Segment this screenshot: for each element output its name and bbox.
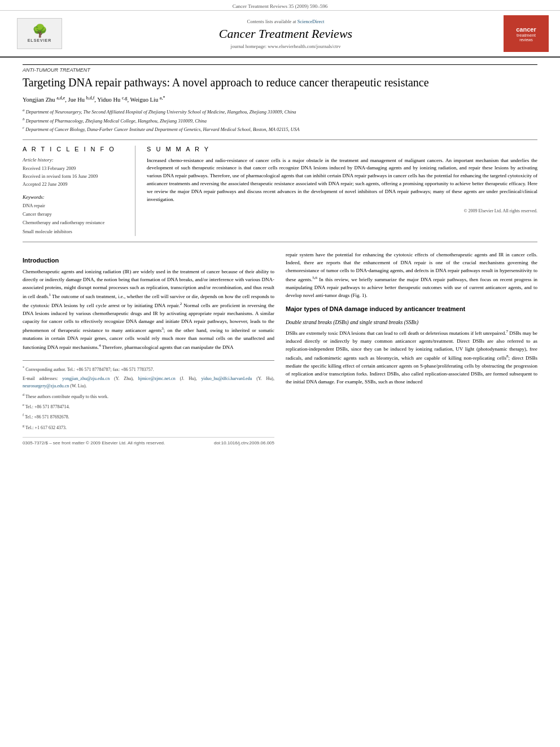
journal-header: 🌳 ELSEVIER Contents lists available at S… (0, 11, 560, 58)
article-info-col: A R T I C L E I N F O Article history: R… (23, 146, 135, 237)
kw-chemo-radio: Chemotherapy and radiotherapy resistance (23, 219, 126, 227)
author-2: Jue Hu b,d,f (68, 97, 95, 103)
footnote-d: d These authors contribute equally to th… (23, 391, 274, 400)
contents-label: Contents lists available at (247, 19, 296, 24)
affiliation-b: b Department of Pharmacology, Zhejiang M… (23, 116, 537, 125)
journal-title: Cancer Treatment Reviews (68, 27, 504, 41)
journal-cover-logo: cancer treatment reviews (504, 15, 549, 52)
footnote-email: E-mail addresses: yongjian_zhu@zju.edu.c… (23, 375, 274, 390)
journal-homepage: journal homepage: www.elsevierhealth.com… (68, 43, 504, 49)
summary-col: S U M M A R Y Increased chemo-resistance… (147, 146, 537, 237)
body-col-left: Introduction Chemotherapeutic agents and… (23, 251, 274, 447)
footnote-f: f Tel.: +86 571 87692678. (23, 412, 274, 421)
intro-para-2: repair system have the potential for enh… (286, 251, 537, 300)
email-link-zhu[interactable]: yongjian_zhu@zju.edu.cn (62, 376, 110, 381)
dsb-ssb-heading: Double strand breaks (DSBs) and single s… (286, 318, 537, 327)
kw-dna-repair: DNA repair (23, 202, 126, 210)
intro-heading: Introduction (23, 256, 274, 265)
logo-treatment: treatment (517, 33, 536, 38)
history-label: Article history: (23, 157, 126, 163)
kw-cancer-therapy: Cancer therapy (23, 210, 126, 219)
kw-small-molecule: Small molecule inhibitors (23, 228, 126, 236)
copyright-notice: 0305-7372/$ – see front matter © 2009 El… (23, 440, 165, 447)
section-label: ANTI-TUMOUR TREATMENT (23, 64, 537, 73)
received-date: Received 13 February 2009 (23, 164, 126, 172)
logo-cancer: cancer (516, 26, 536, 33)
footnotes-area: * Corresponding author. Tel.: +86 571 87… (23, 360, 274, 431)
affiliations: a Department of Neurosurgery, The Second… (23, 107, 537, 133)
journal-citation: Cancer Treatment Reviews 35 (2009) 590–5… (233, 3, 328, 9)
body-col-right: repair system have the potential for enh… (286, 251, 537, 447)
revised-date: Received in revised form 16 June 2009 (23, 172, 126, 180)
journal-citation-bar: Cancer Treatment Reviews 35 (2009) 590–5… (0, 0, 560, 11)
authors-line: Yongjian Zhu a,d,e, Jue Hu b,d,f, Yiduo … (23, 94, 537, 104)
accepted-date: Accepted 22 June 2009 (23, 180, 126, 188)
summary-header: S U M M A R Y (147, 146, 537, 152)
email-link-liu[interactable]: neurosurgery@zju.edu.cn (23, 383, 69, 388)
elsevier-text: ELSEVIER (28, 38, 52, 42)
major-types-heading: Major types of DNA damage induced by ant… (286, 304, 537, 314)
footnote-e: e Tel.: +86 571 87784714. (23, 401, 274, 410)
article-info-header: A R T I C L E I N F O (23, 146, 126, 152)
affiliation-c: c Department of Cancer Biology, Dana-Far… (23, 125, 537, 133)
doi: doi:10.1016/j.ctrv.2009.06.005 (214, 440, 274, 447)
sciencedirect-line: Contents lists available at ScienceDirec… (68, 19, 504, 24)
footnote-g: g Tel.: +1 617 632 4373. (23, 422, 274, 431)
author-1: Yongjian Zhu a,d,e (23, 97, 65, 103)
author-3: Yiduo Hu c,g (97, 97, 127, 103)
author-4: Weiguo Liu a,* (130, 97, 165, 103)
sciencedirect-link[interactable]: ScienceDirect (298, 19, 325, 24)
email-link-hu[interactable]: hjmice@zjmc.net.cn (138, 376, 176, 381)
dsb-text: DSBs are extremely toxic DNA lesions tha… (286, 329, 537, 386)
footnote-corresponding: * Corresponding author. Tel.: +86 571 87… (23, 364, 274, 373)
keywords-label: Keywords: (23, 194, 126, 200)
intro-para-1: Chemotherapeutic agents and ionizing rad… (23, 268, 274, 351)
copyright: © 2009 Elsevier Ltd. All rights reserved… (147, 208, 537, 213)
content-area: ANTI-TUMOUR TREATMENT Targeting DNA repa… (0, 58, 560, 453)
article-history: Article history: Received 13 February 20… (23, 157, 126, 189)
journal-center: Contents lists available at ScienceDirec… (68, 19, 504, 49)
body-columns: Introduction Chemotherapeutic agents and… (23, 251, 537, 447)
elsevier-logo: 🌳 ELSEVIER (17, 18, 62, 49)
bottom-bar: 0305-7372/$ – see front matter © 2009 El… (23, 437, 274, 447)
email-link-yiduo[interactable]: yiduo_hu@dfci.harvard.edu (201, 376, 252, 381)
page: Cancer Treatment Reviews 35 (2009) 590–5… (0, 0, 560, 747)
info-summary-row: A R T I C L E I N F O Article history: R… (23, 139, 537, 243)
summary-text: Increased chemo-resistance and radio-res… (147, 157, 537, 204)
affiliation-a: a Department of Neurosurgery, The Second… (23, 107, 537, 116)
article-title: Targeting DNA repair pathways: A novel a… (23, 75, 537, 90)
keywords-section: Keywords: DNA repair Cancer therapy Chem… (23, 194, 126, 236)
elsevier-tree-icon: 🌳 (32, 25, 47, 37)
elsevier-logo-area: 🌳 ELSEVIER (11, 18, 68, 49)
logo-reviews: reviews (519, 38, 533, 42)
